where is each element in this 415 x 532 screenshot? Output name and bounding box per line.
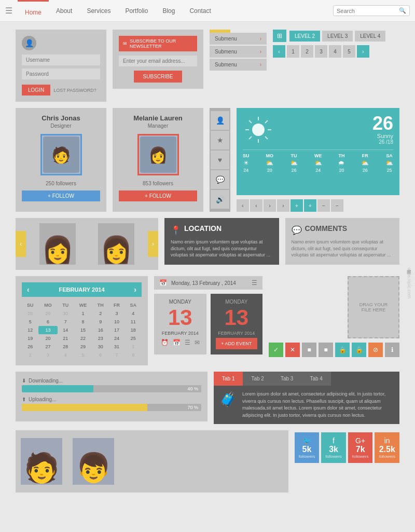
table-row[interactable]: 6 — [92, 351, 108, 359]
page-1-button[interactable]: 1 — [287, 45, 299, 58]
envelope-icon[interactable]: ✉ — [195, 339, 200, 346]
table-row[interactable]: 2 — [92, 309, 108, 318]
username-input[interactable] — [22, 54, 100, 65]
level-tab-2[interactable]: LEVEL 2 — [289, 31, 320, 42]
calendar-small-icon[interactable]: 📅 — [173, 339, 181, 346]
no-entry-button[interactable]: ⊘ — [368, 343, 383, 357]
tab-4-button[interactable]: Tab 4 — [301, 372, 330, 386]
table-row[interactable]: 4 — [58, 351, 74, 359]
table-row[interactable]: 6 — [38, 318, 57, 326]
slider-prev-button[interactable]: ‹ — [16, 231, 26, 257]
nav-item-contact[interactable]: Contact — [182, 0, 218, 22]
block-button-1[interactable]: ■ — [302, 343, 316, 357]
slider-next-button[interactable]: › — [148, 231, 158, 257]
wc-plus[interactable]: + — [290, 199, 303, 212]
info-button[interactable]: ℹ — [385, 343, 399, 357]
table-row[interactable]: 5 — [74, 351, 92, 359]
wc-next[interactable]: › — [264, 199, 276, 212]
table-row[interactable]: 25 — [125, 334, 142, 343]
table-row[interactable]: 28 — [58, 343, 74, 351]
table-row[interactable]: 14 — [58, 326, 74, 334]
social-card-linkedin[interactable]: in 2.5k followers — [375, 432, 399, 463]
table-row[interactable]: 13 — [38, 326, 57, 334]
submenu-item-1[interactable]: Submenu › — [210, 33, 267, 45]
table-row[interactable]: 29 — [74, 343, 92, 351]
table-row[interactable]: 3 — [108, 309, 125, 318]
list-small-icon[interactable]: ☰ — [185, 339, 190, 346]
table-row[interactable]: 30 — [92, 343, 108, 351]
wc-prev[interactable]: ‹ — [237, 199, 249, 212]
lost-password-link[interactable]: LOST PASSWORD? — [53, 88, 96, 93]
table-row[interactable]: 12 — [22, 326, 38, 334]
page-2-button[interactable]: 2 — [301, 45, 313, 58]
follow-button-2[interactable]: + FOLLOW — [119, 190, 197, 201]
page-4-button[interactable]: 4 — [329, 45, 341, 58]
wc-minus2[interactable]: − — [331, 199, 343, 212]
lock-button-2[interactable]: 🔒 — [352, 343, 366, 357]
block-button-2[interactable]: ■ — [319, 343, 333, 357]
hamburger-icon[interactable]: ☰ — [5, 6, 12, 16]
wc-next2[interactable]: › — [277, 199, 289, 212]
nav-item-blog[interactable]: Blog — [155, 0, 182, 22]
lock-button-1[interactable]: 🔒 — [335, 343, 350, 357]
table-row[interactable]: 22 — [74, 334, 92, 343]
table-row[interactable]: 27 — [38, 343, 57, 351]
login-button[interactable]: LOGIN — [22, 85, 50, 96]
wc-plus2[interactable]: + — [304, 199, 316, 212]
calendar-next-button[interactable]: › — [134, 285, 136, 294]
wc-prev2[interactable]: ‹ — [250, 199, 262, 212]
table-row[interactable]: 29 — [38, 309, 57, 318]
wc-minus[interactable]: − — [317, 199, 330, 212]
user-icon-button[interactable]: 👤 — [211, 111, 229, 130]
table-row[interactable]: 9 — [92, 318, 108, 326]
table-row[interactable]: 2 — [22, 351, 38, 359]
submenu-item-2[interactable]: Submenu › — [210, 46, 267, 58]
table-row[interactable]: 21 — [58, 334, 74, 343]
tab-2-button[interactable]: Tab 2 — [243, 372, 272, 386]
social-card-google[interactable]: G+ 7k followers — [348, 432, 373, 463]
search-input[interactable] — [337, 8, 399, 14]
table-row[interactable]: 18 — [125, 326, 142, 334]
close-button[interactable]: ✕ — [285, 343, 300, 357]
star-icon-button[interactable]: ★ — [211, 131, 229, 149]
nav-item-home[interactable]: Home — [18, 0, 49, 22]
level-tab-4[interactable]: LEVEL 4 — [355, 31, 385, 42]
table-row[interactable]: 19 — [22, 334, 38, 343]
table-row[interactable]: 23 — [92, 334, 108, 343]
table-row[interactable]: 30 — [58, 309, 74, 318]
table-row[interactable]: 4 — [125, 309, 142, 318]
table-row[interactable]: 7 — [58, 318, 74, 326]
page-3-button[interactable]: 3 — [315, 45, 327, 58]
table-row[interactable]: 28 — [22, 309, 38, 318]
table-row[interactable]: 20 — [38, 334, 57, 343]
list-icon[interactable]: ☰ — [252, 279, 257, 287]
clock-icon[interactable]: ⏰ — [161, 339, 169, 346]
table-row[interactable]: 7 — [108, 351, 125, 359]
volume-icon-button[interactable]: 🔊 — [211, 190, 229, 209]
newsletter-email-input[interactable] — [119, 56, 197, 66]
password-input[interactable] — [22, 69, 100, 79]
table-row[interactable]: 26 — [22, 343, 38, 351]
subscribe-button[interactable]: SUBSCRIBE — [134, 71, 183, 83]
page-5-button[interactable]: 5 — [343, 45, 355, 58]
prev-page-button[interactable]: ‹ — [273, 45, 285, 58]
table-row[interactable]: 17 — [108, 326, 125, 334]
social-card-facebook[interactable]: f 3k followers — [321, 432, 346, 463]
file-drop-zone[interactable]: DRAG YOURFILE HERE — [348, 276, 399, 338]
table-row[interactable]: 16 — [92, 326, 108, 334]
table-row[interactable]: 15 — [74, 326, 92, 334]
tab-1-button[interactable]: Tab 1 — [214, 372, 243, 386]
table-row[interactable]: 5 — [22, 318, 38, 326]
check-button[interactable]: ✓ — [269, 343, 283, 357]
table-row[interactable]: 11 — [125, 318, 142, 326]
next-page-button[interactable]: › — [357, 45, 369, 58]
table-row[interactable]: 1 — [74, 309, 92, 318]
submenu-item-3[interactable]: Submenu › — [210, 59, 267, 71]
table-row[interactable]: 1 — [125, 343, 142, 351]
table-row[interactable]: 8 — [125, 351, 142, 359]
nav-item-services[interactable]: Services — [79, 0, 118, 22]
table-row[interactable]: 10 — [108, 318, 125, 326]
search-bar[interactable]: 🔍 — [333, 5, 410, 16]
level-tab-3[interactable]: LEVEL 3 — [322, 31, 353, 42]
table-row[interactable]: 3 — [38, 351, 57, 359]
